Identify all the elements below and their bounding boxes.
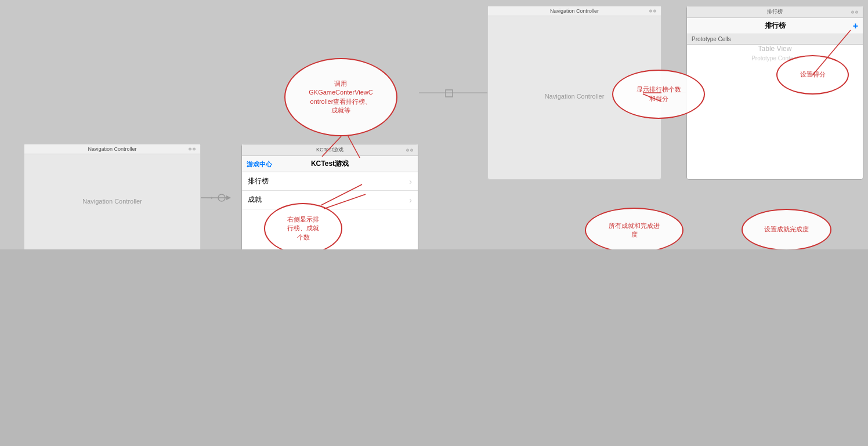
leaderboard-header-title: 排行榜 [767, 9, 783, 14]
nav1-dot1 [189, 148, 191, 151]
main-scene-title: KCTest游戏 [316, 147, 343, 153]
main-dot2 [410, 148, 413, 151]
annotation-bubble-2: 右侧显示排行榜、成就个数 [264, 203, 342, 254]
prototype-cells-text: Prototype Cells [692, 36, 731, 42]
annotation-text-4: 设置得分 [800, 70, 826, 79]
nav2-dot2 [653, 10, 656, 13]
nav2-label: Navigation Controller [545, 93, 605, 100]
nav1-title: Navigation Controller [88, 146, 136, 152]
bottom-area [0, 249, 868, 446]
annotation-text-2: 右侧显示排行榜、成就个数 [287, 215, 319, 242]
table-view-placeholder: Table View Prototype Content [687, 45, 863, 61]
main-back-btn[interactable]: 游戏中心 [247, 159, 272, 168]
nav2-title: Navigation Controller [550, 8, 599, 14]
storyboard-canvas: Navigation Controller Navigation Control… [0, 0, 868, 249]
annotation-text-3: 显示排行榜个数和得分 [636, 85, 681, 103]
nav1-dots [189, 148, 196, 151]
main-dots [406, 148, 413, 151]
row-label-achievements: 成就 [248, 195, 262, 205]
table-row-leaderboard[interactable]: 排行榜 › [242, 172, 418, 191]
table-view-label: Table View [758, 45, 792, 53]
svg-rect-4 [446, 90, 453, 97]
main-nav-title: KCTest游戏 [311, 159, 349, 168]
annotation-bubble-5: 所有成就和完成进度 [585, 208, 683, 253]
lb-dots [851, 10, 858, 13]
lb-dot2 [855, 10, 858, 13]
annotation-bubble-1: 调用GKGameConterViewController查看排行榜、成就等 [284, 58, 397, 136]
table-row-achievements[interactable]: 成就 › [242, 191, 418, 209]
prototype-cells-label: Prototype Cells [687, 34, 863, 45]
annotation-text-5: 所有成就和完成进度 [609, 222, 660, 240]
svg-point-2 [218, 194, 225, 201]
leaderboard-header: 排行榜 [687, 6, 863, 18]
leaderboard-scene: 排行榜 排行榜 + Prototype Cells Table View Pro… [686, 6, 863, 180]
annotation-text-1: 调用GKGameConterViewController查看排行榜、成就等 [309, 79, 372, 115]
leaderboard-nav-title: 排行榜 [765, 21, 786, 30]
main-nav-bar: 游戏中心 KCTest游戏 [242, 156, 418, 172]
nav1-header: Navigation Controller [24, 144, 200, 154]
main-scene-header: KCTest游戏 [242, 144, 418, 156]
nav1-arrow: → [205, 193, 215, 203]
row-label-leaderboard: 排行榜 [248, 176, 269, 186]
svg-marker-1 [226, 195, 231, 200]
leaderboard-nav-bar: 排行榜 + [687, 18, 863, 34]
nav-controller-1: Navigation Controller Navigation Control… [24, 144, 201, 252]
leaderboard-plus-btn[interactable]: + [853, 21, 858, 31]
nav1-dot2 [193, 148, 196, 151]
annotation-bubble-3: 显示排行榜个数和得分 [612, 70, 705, 119]
annotation-bubble-6: 设置成就完成度 [742, 209, 831, 251]
chevron-leaderboard: › [409, 177, 412, 186]
nav1-label: Navigation Controller [82, 198, 142, 205]
annotation-text-6: 设置成就完成度 [764, 225, 809, 234]
nav2-dots [649, 10, 656, 13]
lb-dot1 [851, 10, 854, 13]
nav2-header: Navigation Controller [488, 6, 661, 16]
annotation-bubble-4: 设置得分 [776, 55, 849, 95]
main-dot1 [406, 148, 409, 151]
nav1-body: Navigation Controller [24, 154, 200, 248]
chevron-achievements: › [409, 195, 412, 205]
nav2-dot1 [649, 10, 652, 13]
